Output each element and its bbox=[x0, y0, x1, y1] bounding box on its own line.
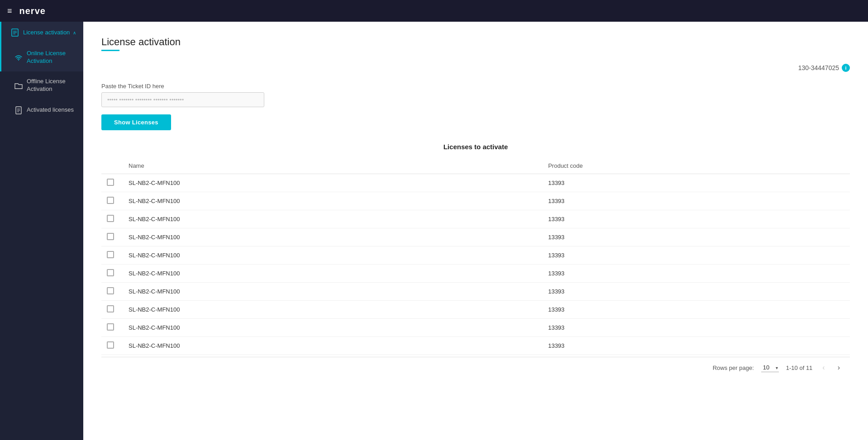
row-checkbox-cell bbox=[101, 192, 123, 210]
row-checkbox[interactable] bbox=[107, 197, 114, 204]
table-row: SL-NB2-C-MFN100 13393 bbox=[101, 301, 850, 319]
table-row: SL-NB2-C-MFN100 13393 bbox=[101, 192, 850, 210]
table-row: SL-NB2-C-MFN100 13393 bbox=[101, 319, 850, 337]
sidebar-label-license-activation: License activation bbox=[23, 29, 73, 37]
row-checkbox[interactable] bbox=[107, 305, 114, 312]
table-row: SL-NB2-C-MFN100 13393 bbox=[101, 246, 850, 265]
ticket-id-input[interactable] bbox=[101, 92, 264, 107]
licenses-table-section: Licenses to activate Name Product code S… bbox=[101, 143, 850, 378]
table-row: SL-NB2-C-MFN100 13393 bbox=[101, 337, 850, 355]
rows-per-page-select[interactable]: 5102550 bbox=[761, 363, 779, 372]
table-row: SL-NB2-C-MFN100 13393 bbox=[101, 228, 850, 246]
row-checkbox-cell bbox=[101, 265, 123, 283]
sidebar: License activation ∧ Online License Acti… bbox=[0, 22, 83, 440]
page-title: License activation bbox=[101, 36, 850, 48]
row-name: SL-NB2-C-MFN100 bbox=[123, 192, 543, 210]
row-product-code: 13393 bbox=[543, 228, 850, 246]
table-row: SL-NB2-C-MFN100 13393 bbox=[101, 210, 850, 228]
row-checkbox[interactable] bbox=[107, 179, 114, 186]
sidebar-item-activated-licenses[interactable]: Activated licenses bbox=[0, 99, 83, 121]
row-checkbox-cell bbox=[101, 319, 123, 337]
row-checkbox[interactable] bbox=[107, 323, 114, 331]
row-name: SL-NB2-C-MFN100 bbox=[123, 210, 543, 228]
chevron-up-icon: ∧ bbox=[73, 30, 76, 35]
table-row: SL-NB2-C-MFN100 13393 bbox=[101, 283, 850, 301]
row-product-code: 13393 bbox=[543, 174, 850, 192]
licenses-table: Name Product code SL-NB2-C-MFN100 13393 … bbox=[101, 158, 850, 355]
row-checkbox[interactable] bbox=[107, 233, 114, 240]
row-product-code: 13393 bbox=[543, 246, 850, 265]
main-content: License activation 130-34447025 i Paste … bbox=[83, 22, 868, 440]
svg-point-4 bbox=[18, 60, 19, 61]
sidebar-item-offline-license[interactable]: Offline License Activation bbox=[0, 71, 83, 99]
col-name: Name bbox=[123, 158, 543, 174]
col-product-code: Product code bbox=[543, 158, 850, 174]
table-row: SL-NB2-C-MFN100 13393 bbox=[101, 265, 850, 283]
row-name: SL-NB2-C-MFN100 bbox=[123, 265, 543, 283]
prev-page-button[interactable]: ‹ bbox=[820, 363, 827, 373]
row-checkbox-cell bbox=[101, 246, 123, 265]
page-info: 1-10 of 11 bbox=[786, 364, 813, 371]
row-checkbox[interactable] bbox=[107, 287, 114, 294]
row-product-code: 13393 bbox=[543, 301, 850, 319]
row-name: SL-NB2-C-MFN100 bbox=[123, 283, 543, 301]
rows-per-page-label: Rows per page: bbox=[713, 364, 754, 371]
row-checkbox-cell bbox=[101, 337, 123, 355]
next-page-button[interactable]: › bbox=[835, 363, 843, 373]
folder-icon bbox=[12, 81, 25, 90]
page-title-underline bbox=[101, 50, 119, 51]
row-product-code: 13393 bbox=[543, 283, 850, 301]
id-display: 130-34447025 i bbox=[101, 64, 850, 72]
info-icon[interactable]: i bbox=[842, 64, 850, 72]
license-id: 130-34447025 bbox=[798, 64, 839, 71]
table-header-row: Name Product code bbox=[101, 158, 850, 174]
row-product-code: 13393 bbox=[543, 265, 850, 283]
row-checkbox-cell bbox=[101, 174, 123, 192]
sidebar-label-offline-license: Offline License Activation bbox=[27, 78, 76, 93]
row-checkbox[interactable] bbox=[107, 215, 114, 222]
row-checkbox-cell bbox=[101, 210, 123, 228]
menu-icon[interactable]: ≡ bbox=[7, 6, 12, 16]
row-checkbox-cell bbox=[101, 283, 123, 301]
row-name: SL-NB2-C-MFN100 bbox=[123, 174, 543, 192]
row-checkbox[interactable] bbox=[107, 341, 114, 349]
app-logo: nerve bbox=[19, 6, 46, 16]
row-name: SL-NB2-C-MFN100 bbox=[123, 301, 543, 319]
file-icon bbox=[12, 106, 25, 115]
row-checkbox-cell bbox=[101, 301, 123, 319]
row-product-code: 13393 bbox=[543, 192, 850, 210]
sidebar-label-activated-licenses: Activated licenses bbox=[27, 106, 76, 114]
col-checkbox bbox=[101, 158, 123, 174]
row-name: SL-NB2-C-MFN100 bbox=[123, 319, 543, 337]
row-name: SL-NB2-C-MFN100 bbox=[123, 246, 543, 265]
wifi-icon bbox=[12, 53, 25, 62]
table-title: Licenses to activate bbox=[101, 143, 850, 151]
table-row: SL-NB2-C-MFN100 13393 bbox=[101, 174, 850, 192]
license-icon bbox=[9, 28, 21, 37]
show-licenses-button[interactable]: Show Licenses bbox=[101, 114, 171, 130]
topbar: ≡ nerve bbox=[0, 0, 868, 22]
row-name: SL-NB2-C-MFN100 bbox=[123, 228, 543, 246]
row-name: SL-NB2-C-MFN100 bbox=[123, 337, 543, 355]
rows-per-page-select-wrapper: 5102550 ▾ bbox=[761, 363, 779, 372]
ticket-input-label: Paste the Ticket ID here bbox=[101, 83, 850, 90]
row-checkbox[interactable] bbox=[107, 251, 114, 258]
row-product-code: 13393 bbox=[543, 337, 850, 355]
sidebar-label-online-license: Online License Activation bbox=[27, 50, 76, 65]
row-product-code: 13393 bbox=[543, 210, 850, 228]
row-checkbox[interactable] bbox=[107, 269, 114, 276]
row-checkbox-cell bbox=[101, 228, 123, 246]
sidebar-item-license-activation[interactable]: License activation ∧ bbox=[0, 22, 83, 43]
pagination-bar: Rows per page: 5102550 ▾ 1-10 of 11 ‹ › bbox=[101, 357, 850, 378]
row-product-code: 13393 bbox=[543, 319, 850, 337]
sidebar-item-online-license[interactable]: Online License Activation bbox=[0, 43, 83, 71]
